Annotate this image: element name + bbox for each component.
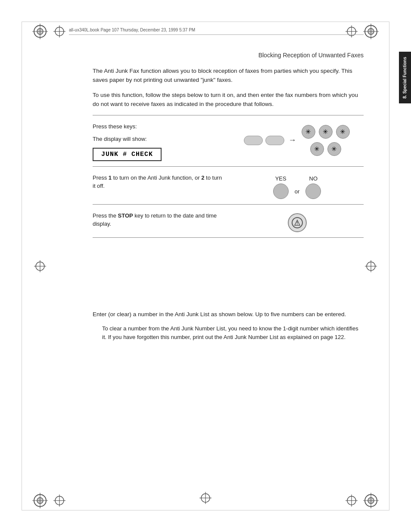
key-star-4: ✳ — [310, 142, 324, 156]
step1-press-label: Press these keys: — [93, 122, 222, 131]
step3-text: Press the STOP key to return to the date… — [93, 212, 222, 228]
key-star-1: ✳ — [302, 125, 315, 139]
step1-left: Press these keys: The display will show:… — [93, 122, 230, 161]
header-meta: all-ux340L.book Page 107 Thursday, Decem… — [69, 28, 195, 32]
step3-row: Press the STOP key to return to the date… — [93, 205, 364, 237]
step3-button — [230, 212, 364, 232]
reg-mark-bl — [32, 493, 48, 508]
main-content: The Anti Junk Fax function allows you to… — [93, 67, 364, 480]
reg-mark-ml — [32, 258, 48, 274]
arrow-icon: → — [289, 136, 296, 145]
border-bottom — [22, 510, 389, 510]
side-tab: 8. Special Functions — [399, 52, 411, 103]
step2-row: Press 1 to turn on the Anti Junk functio… — [93, 167, 364, 205]
border-right — [389, 22, 389, 510]
no-button[interactable] — [305, 184, 321, 199]
svg-point-39 — [297, 224, 298, 225]
yes-button[interactable] — [273, 184, 289, 199]
reg-mark-bc — [198, 490, 213, 507]
reg-mark-tl2 — [52, 24, 67, 39]
display-box: JUNK # CHECK — [93, 148, 162, 161]
reg-mark-br — [363, 493, 379, 508]
reg-mark-br2 — [344, 493, 359, 508]
or-label: or — [295, 188, 300, 195]
instruction-table: Press these keys: The display will show:… — [93, 115, 364, 238]
page-title: Blocking Reception of Unwanted Faxes — [258, 52, 364, 59]
header: all-ux340L.book Page 107 Thursday, Decem… — [69, 26, 364, 35]
step2-buttons: YES or NO — [230, 174, 364, 199]
key-oval-2 — [265, 136, 284, 145]
step3-left: Press the STOP key to return to the date… — [93, 212, 230, 228]
border-top — [22, 22, 389, 22]
key-oval-1 — [244, 136, 263, 145]
reg-mark-mr — [363, 258, 379, 274]
intro-para2: To use this function, follow the steps b… — [93, 91, 364, 109]
no-group: NO — [305, 175, 321, 199]
bottom-para2: To clear a number from the Anti Junk Num… — [102, 324, 364, 342]
step1-row: Press these keys: The display will show:… — [93, 115, 364, 167]
key-star-3: ✳ — [336, 125, 350, 139]
reg-mark-tr — [363, 24, 379, 39]
no-label: NO — [309, 175, 318, 182]
border-left — [22, 22, 22, 510]
yes-group: YES — [273, 175, 289, 199]
bottom-section: Enter (or clear) a number in the Anti Ju… — [93, 310, 364, 342]
key-star-2: ✳ — [319, 125, 333, 139]
step2-text: Press 1 to turn on the Anti Junk functio… — [93, 174, 222, 190]
key-star-5: ✳ — [327, 142, 341, 156]
stop-button[interactable] — [288, 213, 307, 232]
yes-no-group: YES or NO — [273, 175, 321, 199]
reg-mark-tl — [32, 24, 48, 39]
step1-display-label: The display will show: — [93, 135, 222, 143]
step1-keys: → ✳ ✳ ✳ ✳ ✳ — [230, 122, 364, 157]
stop-inner-icon — [292, 217, 303, 228]
intro-para1: The Anti Junk Fax function allows you to… — [93, 67, 364, 85]
yes-label: YES — [275, 175, 286, 182]
step2-left: Press 1 to turn on the Anti Junk functio… — [93, 174, 230, 190]
reg-mark-bl2 — [52, 493, 67, 508]
side-tab-label: 8. Special Functions — [402, 57, 408, 99]
bottom-para1: Enter (or clear) a number in the Anti Ju… — [93, 310, 364, 319]
